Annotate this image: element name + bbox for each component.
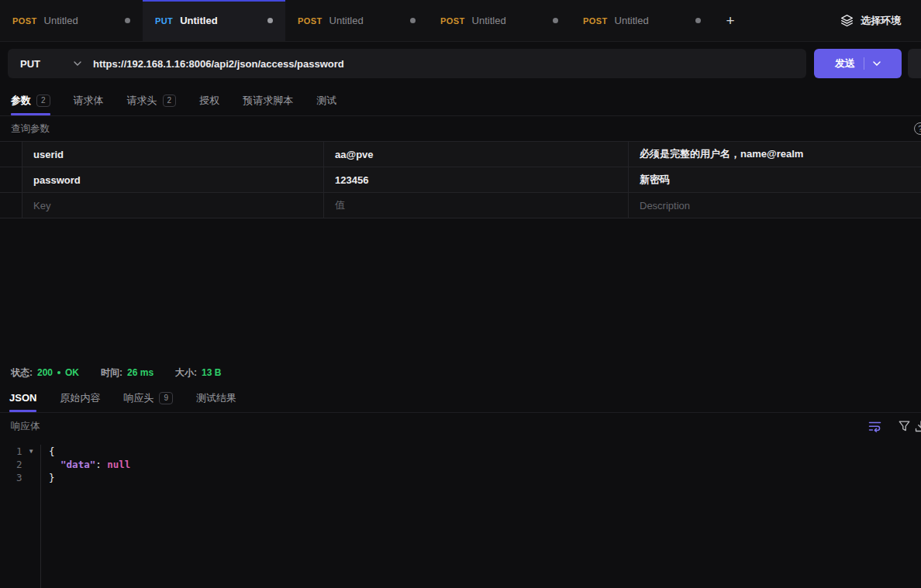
- query-params-title: 查询参数: [11, 122, 50, 136]
- status-text: OK: [65, 367, 79, 378]
- response-body-label: 响应体: [11, 420, 40, 433]
- tab-method-label: POST: [583, 16, 608, 26]
- param-key-input[interactable]: userid: [22, 142, 323, 167]
- tab-response-raw[interactable]: 原始内容: [60, 383, 100, 412]
- send-options-chevron-icon[interactable]: [873, 61, 881, 66]
- code-line: "data": null: [49, 458, 130, 471]
- url-input[interactable]: [93, 49, 806, 78]
- row-gutter[interactable]: [0, 167, 22, 192]
- line-number: 1: [0, 445, 22, 458]
- table-row: userid aa@pve 必须是完整的用户名，name@realm: [0, 142, 921, 167]
- tab-auth-label: 授权: [199, 94, 219, 108]
- request-tab-2-active[interactable]: PUT Untitled: [143, 0, 285, 41]
- time-badge: 时间: 26 ms: [101, 366, 154, 380]
- tab-prerequest-script-label: 预请求脚本: [243, 94, 293, 108]
- table-row: password 123456 新密码: [0, 167, 921, 193]
- params-table: userid aa@pve 必须是完整的用户名，name@realm passw…: [0, 141, 921, 218]
- request-bar: PUT 发送: [0, 42, 921, 85]
- help-icon[interactable]: ?: [914, 122, 921, 135]
- code-gutter: 1 ▼ 2 3: [0, 445, 41, 588]
- layers-icon: [840, 14, 854, 27]
- time-label: 时间:: [101, 366, 122, 380]
- unsaved-dot: [553, 18, 558, 23]
- tab-title: Untitled: [472, 15, 506, 26]
- url-box: PUT: [8, 49, 806, 78]
- request-tab-4[interactable]: POST Untitled: [428, 0, 571, 41]
- tab-test-results-label: 测试结果: [196, 391, 236, 405]
- empty-content-area: [0, 218, 921, 362]
- row-gutter[interactable]: [0, 142, 22, 167]
- status-dot: [57, 371, 60, 374]
- response-body-viewer[interactable]: 1 ▼ 2 3 { "data": null }: [0, 439, 921, 588]
- send-button[interactable]: 发送: [814, 49, 902, 78]
- tab-response-raw-label: 原始内容: [60, 391, 100, 405]
- tab-params-label: 参数: [11, 94, 31, 108]
- chevron-down-icon: [74, 61, 81, 66]
- request-tab-1[interactable]: POST Untitled: [0, 0, 143, 41]
- tab-method-label: POST: [298, 16, 323, 26]
- request-tab-3[interactable]: POST Untitled: [285, 0, 428, 41]
- param-key-input[interactable]: Key: [22, 193, 323, 218]
- unsaved-dot: [125, 18, 130, 23]
- tab-title: Untitled: [615, 15, 649, 26]
- size-label: 大小:: [175, 366, 197, 380]
- tab-title: Untitled: [44, 15, 78, 26]
- environment-selector[interactable]: 选择环境: [840, 0, 901, 41]
- param-value-input[interactable]: 123456: [323, 167, 628, 192]
- param-description-input[interactable]: 新密码: [628, 167, 921, 192]
- tab-response-headers-label: 响应头: [123, 391, 154, 405]
- query-params-section-header: 查询参数 ?: [0, 116, 921, 141]
- tab-title: Untitled: [180, 15, 217, 26]
- code-content: { "data": null }: [41, 445, 130, 588]
- tab-params[interactable]: 参数 2: [11, 85, 50, 115]
- tab-body[interactable]: 请求体: [74, 85, 104, 115]
- param-description-input[interactable]: 必须是完整的用户名，name@realm: [628, 142, 921, 167]
- status-label: 状态:: [11, 366, 33, 380]
- code-line: {: [49, 445, 130, 458]
- tab-prerequest-script[interactable]: 预请求脚本: [243, 85, 293, 115]
- response-status-bar: 状态: 200 OK 时间: 26 ms 大小: 13 B: [0, 362, 921, 383]
- status-badge: 状态: 200 OK: [11, 366, 79, 380]
- method-dropdown[interactable]: PUT: [8, 58, 93, 70]
- tab-response-headers[interactable]: 响应头 9: [123, 383, 173, 412]
- unsaved-dot: [267, 18, 273, 23]
- tab-title: Untitled: [329, 15, 364, 26]
- add-tab-button[interactable]: +: [713, 0, 747, 41]
- response-body-header: 响应体: [0, 413, 921, 439]
- time-value: 26 ms: [127, 367, 154, 378]
- tab-method-label: PUT: [155, 16, 173, 26]
- row-gutter[interactable]: [0, 193, 22, 218]
- tab-headers-label: 请求头: [127, 94, 157, 108]
- tab-body-label: 请求体: [74, 94, 104, 108]
- param-value-input[interactable]: aa@pve: [323, 142, 628, 167]
- unsaved-dot: [410, 18, 416, 23]
- headers-count-badge: 2: [163, 95, 177, 107]
- param-description-input[interactable]: Description: [628, 193, 921, 218]
- tab-method-label: POST: [440, 16, 465, 26]
- tab-response-json-label: JSON: [9, 392, 36, 404]
- json-key: "data": [60, 459, 95, 470]
- tab-test-results[interactable]: 测试结果: [196, 383, 236, 412]
- method-dropdown-value: PUT: [20, 58, 40, 70]
- tab-headers[interactable]: 请求头 2: [127, 85, 177, 115]
- tab-auth[interactable]: 授权: [199, 85, 219, 115]
- tab-tests[interactable]: 测试: [316, 85, 336, 115]
- line-number: 3: [0, 471, 22, 484]
- tab-response-json[interactable]: JSON: [9, 383, 36, 412]
- unsaved-dot: [695, 18, 701, 23]
- status-code: 200: [37, 367, 53, 378]
- collapse-arrow-icon[interactable]: ▼: [22, 445, 40, 458]
- param-value-input[interactable]: 值: [323, 193, 628, 218]
- request-tab-5[interactable]: POST Untitled: [571, 0, 713, 41]
- size-badge: 大小: 13 B: [175, 366, 221, 380]
- tab-method-label: POST: [12, 16, 37, 26]
- filter-icon[interactable]: [899, 421, 910, 432]
- save-button-partial[interactable]: [908, 49, 921, 78]
- download-icon[interactable]: [915, 421, 921, 432]
- send-button-label: 发送: [835, 57, 855, 70]
- word-wrap-icon[interactable]: [868, 421, 881, 432]
- environment-selector-label: 选择环境: [861, 14, 901, 28]
- param-key-input[interactable]: password: [22, 167, 323, 192]
- request-config-tabs: 参数 2 请求体 请求头 2 授权 预请求脚本 测试: [0, 85, 921, 116]
- tab-bar: POST Untitled PUT Untitled POST Untitled…: [0, 0, 921, 42]
